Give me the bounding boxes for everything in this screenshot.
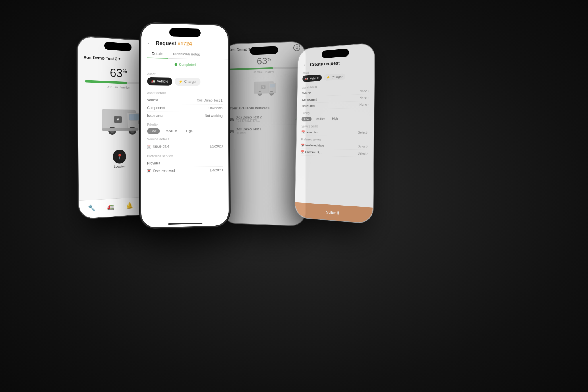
issue-area-row: Issue area Not working [147,112,223,120]
service-details-label: Service details [147,137,223,141]
date-resolved-key: 📅 Date resolved [147,169,175,173]
svg-text:V: V [262,86,264,88]
truck-svg: V [90,99,146,140]
vehicle-item-2[interactable]: Xos Demo Test 1 TestVIN [229,125,299,137]
location-button[interactable]: 📍 [113,150,126,164]
asset-details-section: Asset details Vehicle Xos Demo Test 1 Co… [141,89,228,121]
p4-service-details-label: Service details [301,124,368,128]
calendar-icon: 📅 [147,145,151,149]
vehicle-key: Vehicle [147,98,158,102]
phone-4-create-request: ← Create request Asset 🚛 Vehicle ⚡ Charg… [294,43,375,224]
phone-4-back-button[interactable]: ← [303,62,307,68]
svg-rect-11 [102,128,138,131]
phone-1-title[interactable]: Xos Demo Test 2 [84,55,120,61]
submit-button[interactable]: Submit [295,202,373,223]
component-key: Component [147,106,165,110]
asset-section: Asset 🚛 Vehicle ⚡ Charger [141,70,228,90]
p4-asset-details-section: Asset details Vehicle None › Component N… [297,82,374,111]
tab-technician-notes[interactable]: Technician notes [168,49,205,59]
p4-priority-high-btn[interactable]: High [329,116,341,121]
phone-3-screen: Xos Demo Test 2 ⚙ 63% 39.15 mi · Inactiv… [222,42,305,226]
phone-2-notch [169,28,201,37]
issue-area-value: Not working [205,114,223,118]
chevron-icon-1: › [368,89,369,92]
asset-section-label: Asset [147,72,222,76]
service-details-section: Service details 📅 Issue date 1/2/2023 [141,136,228,152]
date-resolved-row: 📅 Date resolved 1/4/2023 [147,166,223,175]
issue-date-key: 📅 Issue date [147,144,169,149]
p4-preferred-service-label: Preferred service [301,138,368,142]
issue-date-row: 📅 Issue date 1/2/2023 [147,142,223,150]
p4-charger-button[interactable]: ⚡ Charger [324,73,345,81]
tab-bar: Details Technician notes [141,49,228,59]
p4-preferred-time-key: 📅 Preferred t... [301,150,322,154]
charger-icon: ⚡ [179,80,183,84]
p4-priority-medium-btn[interactable]: Medium [313,117,328,121]
vehicle-1-icon [229,117,234,121]
date-resolved-value: 1/4/2023 [210,168,223,172]
request-title: Request #1724 [156,40,192,47]
p4-preferred-time-row: 📅 Preferred t... Select › [301,149,368,157]
phone-4-screen: ← Create request Asset 🚛 Vehicle ⚡ Charg… [295,43,374,223]
p4-component-value: None › [359,96,369,100]
svg-text:V: V [117,117,119,121]
p4-priority-section: Priority Low Medium High [297,109,374,124]
p4-issue-area-key: Issue area [302,104,315,108]
vehicle-2-icon [229,129,234,133]
vehicle-2-name: Xos Demo Test 1 [236,127,262,131]
phone-3-truck-svg: V [244,76,284,99]
p4-calendar3-icon: 📅 [301,150,305,154]
vehicle-2-id: TestVIN [236,131,262,134]
priority-high-btn[interactable]: High [183,128,196,134]
chevron-icon-5: › [367,144,368,148]
preferred-service-label: Preferred service [147,154,223,158]
vehicle-button[interactable]: 🚛 Vehicle [147,77,172,86]
p4-preferred-date-value[interactable]: Select › [358,144,368,148]
vehicle-item-1[interactable]: Xos Demo Test 2 TEST778327874... ✓ [229,113,299,125]
phone-3-gear-icon[interactable]: ⚙ [293,44,300,51]
p4-calendar-icon: 📅 [301,130,305,134]
p4-vehicle-value: None › [360,89,369,93]
nav-vehicle-icon[interactable]: 🚛 [107,203,114,210]
tab-details[interactable]: Details [147,49,168,58]
priority-section-label: Priority [147,123,223,126]
status-badge: Completed [147,61,222,69]
vehicle-1-id: TEST778327874... [236,119,262,122]
p4-priority-buttons: Low Medium High [301,115,368,123]
phone-3-vehicle-select: Xos Demo Test 2 ⚙ 63% 39.15 mi · Inactiv… [221,41,306,227]
status-dot [175,63,177,66]
p4-preferred-time-value[interactable]: Select › [358,151,368,155]
chevron-icon-3: › [368,103,369,106]
p4-vehicle-key: Vehicle [302,91,311,95]
chevron-icon-6: › [367,152,368,155]
status-text: Completed [179,63,196,67]
p4-issue-date-value[interactable]: Select › [358,130,368,134]
phone-3-notch [250,46,278,55]
phone-2-header: ← Request #1724 [141,23,228,51]
vehicle-1-name: Xos Demo Test 2 [236,115,262,119]
vehicle-value: Xos Demo Test 1 [197,98,223,102]
issue-date-value: 1/2/2023 [210,144,223,148]
nav-bell-icon[interactable]: 🔔 [126,202,133,209]
phone-1-notch [104,42,132,51]
svg-rect-24 [229,118,233,120]
available-vehicles-title: Your available vehicles [230,105,299,110]
charger-button[interactable]: ⚡ Charger [175,78,201,86]
nav-tools-icon[interactable]: 🔧 [88,204,95,212]
vehicle-2-info: Xos Demo Test 1 TestVIN [229,127,262,134]
p4-vehicle-button[interactable]: 🚛 Vehicle [302,74,322,82]
issue-area-key: Issue area [147,114,163,118]
battery-bar-fill [85,80,127,84]
back-button[interactable]: ← [147,40,152,46]
provider-key: Provider [147,161,160,165]
svg-rect-16 [270,84,275,88]
svg-point-30 [230,132,231,133]
vehicle-row: Vehicle Xos Demo Test 1 [147,96,223,105]
priority-medium-btn[interactable]: Medium [162,128,180,134]
p4-priority-low-btn[interactable]: Low [301,117,312,121]
phone-3-battery-fill [228,67,273,70]
p4-issue-date-row: 📅 Issue date Select › [301,129,368,136]
phone-3-truck-area: V [223,74,305,101]
phone-2-screen: ← Request #1724 Details Technician notes… [141,23,229,228]
priority-low-btn[interactable]: Low [147,128,160,134]
